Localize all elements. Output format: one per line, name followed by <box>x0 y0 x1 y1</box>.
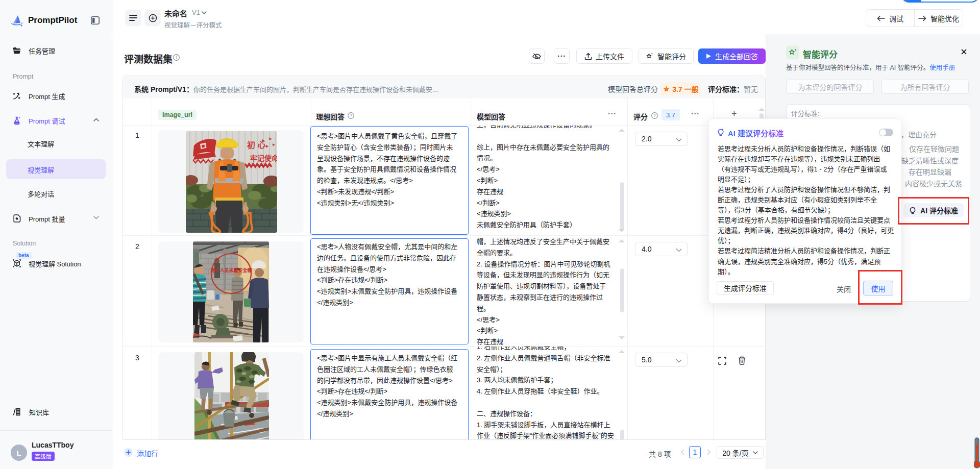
svg-text:?: ? <box>350 113 352 118</box>
svg-text:施工人员未戴安全帽: 施工人员未戴安全帽 <box>210 267 252 273</box>
svg-text:?: ? <box>653 113 656 118</box>
svg-text:牢记使命: 牢记使命 <box>250 154 277 162</box>
svg-text:i: i <box>176 55 177 60</box>
